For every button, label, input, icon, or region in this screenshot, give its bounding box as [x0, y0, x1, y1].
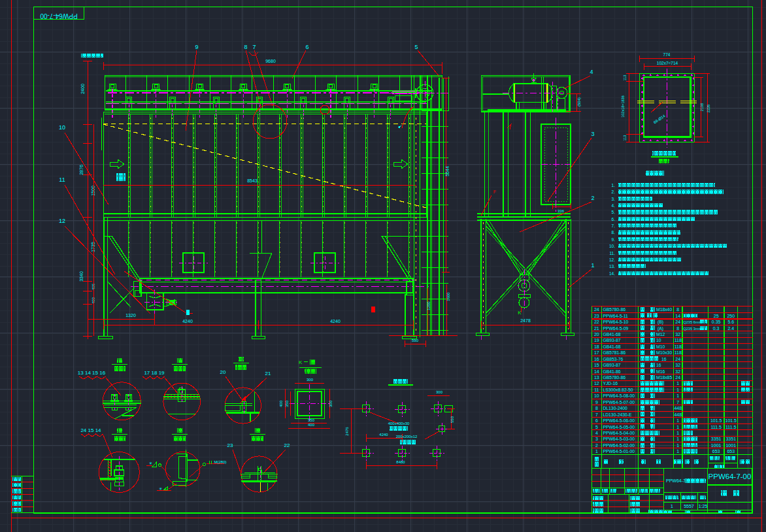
svg-text:16: 16 — [661, 357, 667, 361]
svg-text:✳: ✳ — [159, 487, 162, 491]
svg-text:200x200x12: 200x200x12 — [396, 435, 418, 439]
svg-text:PPW64-5-02-00: PPW64-5-02-00 — [603, 443, 635, 448]
svg-text:PPW64-7: PPW64-7 — [666, 478, 686, 483]
svg-text:4: 4 — [590, 69, 593, 75]
svg-text:K: K — [299, 359, 303, 365]
svg-text:YJD-16: YJD-16 — [603, 381, 618, 386]
svg-text:25: 25 — [714, 314, 719, 318]
svg-text:PPW64-7-00: PPW64-7-00 — [708, 473, 752, 480]
svg-text:PPW64-5-03-00: PPW64-5-03-00 — [603, 437, 635, 441]
svg-text:24: 24 — [675, 320, 680, 324]
svg-text:1: 1 — [676, 393, 679, 398]
svg-text:23: 23 — [227, 442, 233, 448]
svg-text:16: 16 — [594, 357, 599, 361]
svg-text:101.5: 101.5 — [725, 418, 737, 423]
svg-text:F: F — [493, 190, 496, 194]
svg-text:2.4: 2.4 — [727, 326, 734, 331]
svg-text:400: 400 — [279, 400, 283, 407]
svg-text:1: 1 — [676, 425, 679, 429]
svg-text:9.: 9. — [612, 237, 616, 242]
svg-text:400x400x30: 400x400x30 — [388, 422, 410, 425]
svg-text:GB41-68: GB41-68 — [603, 332, 620, 337]
svg-text:PPW64-5-10: PPW64-5-10 — [603, 320, 628, 324]
svg-text:(A): (A) — [658, 326, 663, 331]
svg-text:653: 653 — [727, 449, 735, 454]
svg-text:LS300x8.82-50: LS300x8.82-50 — [603, 388, 633, 392]
svg-text:LD130-2430-E: LD130-2430-E — [603, 412, 632, 417]
svg-text:1320: 1320 — [125, 313, 136, 318]
svg-text:4.: 4. — [612, 203, 616, 208]
svg-text:PPW64-5-05-00: PPW64-5-05-00 — [603, 425, 635, 429]
svg-text:11.: 11. — [609, 251, 615, 256]
svg-text:19: 19 — [594, 338, 599, 342]
svg-text:8480: 8480 — [396, 460, 405, 464]
svg-text:5544: 5544 — [445, 166, 450, 176]
svg-text:300: 300 — [436, 390, 443, 394]
svg-text:14: 14 — [675, 314, 680, 318]
svg-text:8: 8 — [244, 44, 247, 50]
svg-text:6: 6 — [305, 44, 308, 50]
svg-text:350: 350 — [285, 400, 289, 407]
svg-text:32: 32 — [675, 332, 680, 337]
svg-text:23: 23 — [594, 314, 599, 318]
svg-text:13: 13 — [594, 375, 599, 380]
svg-text:8.: 8. — [612, 230, 616, 235]
svg-text:9: 9 — [195, 44, 198, 50]
svg-text:7: 7 — [676, 400, 679, 405]
svg-text:2108: 2108 — [700, 103, 704, 111]
svg-text:10.: 10. — [609, 244, 615, 248]
svg-text:2876: 2876 — [79, 165, 84, 175]
svg-text:17 18 19: 17 18 19 — [144, 370, 165, 376]
svg-text:2478: 2478 — [520, 318, 531, 323]
svg-text:4: 4 — [595, 431, 598, 435]
svg-text:5: 5 — [595, 425, 598, 429]
svg-text:774: 774 — [663, 52, 671, 57]
svg-text:7.: 7. — [612, 224, 616, 228]
svg-text:22: 22 — [594, 320, 599, 324]
svg-text:1: 1 — [595, 449, 598, 454]
svg-text:GB5781-86: GB5781-86 — [603, 350, 625, 355]
svg-text:1: 1 — [676, 449, 679, 454]
svg-text:20: 20 — [594, 332, 599, 337]
svg-text:4240: 4240 — [182, 319, 193, 324]
svg-text:PPW64-5-04-00: PPW64-5-04-00 — [603, 431, 635, 435]
svg-text:M18x85: M18x85 — [656, 375, 672, 380]
svg-text:17: 17 — [594, 350, 599, 355]
svg-text:8: 8 — [676, 307, 679, 312]
svg-text:PPW64-5-06-00: PPW64-5-06-00 — [603, 418, 635, 423]
svg-text:16: 16 — [656, 363, 661, 367]
svg-text:7: 7 — [595, 412, 598, 417]
svg-text:102x18=1836: 102x18=1836 — [621, 95, 625, 118]
svg-text:32: 32 — [675, 363, 680, 367]
svg-text:1600: 1600 — [446, 292, 450, 301]
svg-text:113: 113 — [623, 135, 627, 141]
svg-text:13.: 13. — [609, 264, 615, 269]
svg-text:1: 1 — [676, 381, 679, 386]
svg-text:0.35: 0.35 — [712, 320, 721, 324]
svg-text:12: 12 — [594, 381, 599, 386]
svg-text:2476: 2476 — [345, 427, 349, 436]
svg-text:12: 12 — [59, 218, 65, 224]
svg-text:350: 350 — [308, 418, 315, 422]
svg-text:13 14 15 16: 13 14 15 16 — [78, 370, 106, 376]
svg-text:653: 653 — [712, 449, 720, 454]
svg-text:113: 113 — [623, 75, 627, 81]
svg-text:GB5780-86: GB5780-86 — [603, 375, 625, 380]
svg-text:✳: ✳ — [149, 461, 152, 465]
svg-text:18: 18 — [594, 344, 599, 349]
svg-text:1: 1 — [676, 431, 679, 435]
svg-text:PPW64-7-00: PPW64-7-00 — [40, 12, 78, 20]
svg-text:20: 20 — [220, 369, 226, 375]
svg-text:M(280): M(280) — [214, 460, 227, 464]
svg-text:1: 1 — [676, 437, 679, 441]
svg-text:1:25: 1:25 — [699, 504, 708, 508]
svg-text:21: 21 — [265, 371, 271, 376]
svg-text:3340: 3340 — [79, 271, 84, 282]
svg-text:2: 2 — [595, 443, 598, 448]
svg-text:1001: 1001 — [725, 443, 736, 448]
svg-text:300: 300 — [329, 400, 333, 407]
svg-text:11: 11 — [59, 176, 65, 183]
svg-text:1: 1 — [676, 418, 679, 423]
svg-text:(B): (B) — [658, 320, 663, 325]
svg-text:0.3: 0.3 — [713, 326, 720, 331]
